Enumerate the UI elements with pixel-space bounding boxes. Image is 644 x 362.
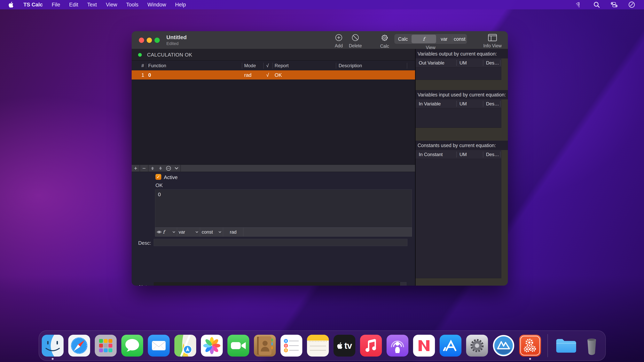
col-des[interactable]: Des…	[486, 152, 499, 157]
dock-item-notes[interactable]	[307, 335, 329, 357]
info-view-label: Info View	[483, 43, 502, 48]
expression-input[interactable]: 0	[155, 189, 412, 228]
row-report: OK	[274, 72, 282, 78]
col-des[interactable]: Des…	[486, 60, 499, 66]
delete-label: Delete	[349, 43, 362, 48]
desktop: TS Calc File Edit Text View Tools Window…	[0, 0, 644, 362]
desc-input[interactable]	[154, 239, 408, 246]
dock-item-trash[interactable]	[581, 335, 603, 357]
close-button[interactable]	[139, 38, 144, 43]
segment-f-selected[interactable]: f	[412, 35, 436, 43]
col-out-variable[interactable]: Out Variable	[419, 60, 444, 66]
note-label: Note:	[132, 284, 151, 286]
constant-insert-select[interactable]: const	[200, 228, 223, 237]
dock-item-maps[interactable]	[174, 335, 196, 357]
zoom-button[interactable]	[154, 38, 160, 43]
dock-item-mountain-app[interactable]	[493, 335, 514, 357]
column-divider	[336, 63, 336, 69]
dock-item-app-store[interactable]	[440, 335, 462, 357]
out-variables-header: Out Variable UM Des…	[416, 58, 502, 67]
move-up-button[interactable]	[148, 165, 156, 172]
more-actions-button[interactable]	[164, 165, 172, 172]
col-um[interactable]: UM	[460, 152, 467, 157]
dock-item-finder[interactable]	[42, 335, 64, 357]
col-um[interactable]: UM	[460, 101, 467, 107]
menu-item-view[interactable]: View	[106, 2, 117, 8]
angle-mode-button[interactable]: rad	[223, 228, 244, 237]
col-in-variable[interactable]: In Variable	[419, 101, 441, 107]
col-um[interactable]: UM	[460, 60, 467, 66]
constants-heading: Constants used by current equation:	[416, 141, 508, 150]
actions-chevron-down-icon[interactable]	[172, 165, 180, 172]
dock-item-safari[interactable]	[68, 335, 90, 357]
dock-item-facetime[interactable]	[228, 335, 249, 357]
dock-item-music[interactable]	[360, 335, 382, 357]
dock-item-ts-calc[interactable]	[519, 335, 541, 357]
remove-row-button[interactable]: −	[140, 165, 148, 172]
dock-item-news[interactable]	[413, 335, 435, 357]
dock-item-folder[interactable]	[554, 335, 576, 357]
row-mode: rad	[244, 72, 252, 78]
dock-item-system-settings[interactable]	[466, 335, 488, 357]
column-divider	[242, 63, 242, 69]
col-in-constant[interactable]: In Constant	[419, 152, 443, 157]
col-des[interactable]: Des…	[486, 101, 499, 107]
col-header-description[interactable]: Description	[338, 63, 362, 68]
menu-app-name[interactable]: TS Calc	[24, 2, 43, 8]
column-divider	[500, 60, 500, 66]
column-divider	[146, 63, 146, 69]
dock-item-apple-tv[interactable]: tv	[334, 335, 355, 357]
col-header-report[interactable]: Report	[274, 63, 289, 68]
calc-button[interactable]: Calc	[373, 34, 396, 49]
col-header-function[interactable]: Function	[148, 63, 166, 68]
dock-item-mail[interactable]	[148, 335, 170, 357]
menu-item-edit[interactable]: Edit	[69, 2, 78, 8]
dock-item-podcasts[interactable]	[386, 335, 408, 357]
var-select-value: var	[179, 229, 185, 235]
info-view-button[interactable]: Info View	[478, 34, 507, 48]
dock-divider	[548, 334, 548, 357]
active-checkbox[interactable]: ✓	[156, 174, 161, 180]
control-center-icon[interactable]	[611, 1, 618, 8]
menu-item-text[interactable]: Text	[87, 2, 97, 8]
clock-icon[interactable]	[628, 1, 635, 8]
search-icon[interactable]	[593, 1, 600, 8]
dock-item-launchpad[interactable]	[95, 335, 117, 357]
delete-button[interactable]: Delete	[344, 34, 367, 48]
menu-item-file[interactable]: File	[52, 2, 60, 8]
title-bar[interactable]: Untitled Edited Add Delete Calc Calc f v…	[132, 31, 508, 49]
function-table-header: # Function Mode √ Report Description	[132, 61, 415, 70]
table-row-selected[interactable]: 1 0 rad √ OK	[132, 70, 415, 79]
row-function: 0	[148, 72, 151, 78]
note-textarea[interactable]	[154, 282, 400, 286]
note-scrollbar[interactable]	[400, 282, 406, 286]
variable-insert-select[interactable]: var	[177, 228, 200, 237]
segment-var[interactable]: var	[436, 34, 452, 44]
dock-item-photos[interactable]	[201, 335, 223, 357]
column-divider	[500, 101, 500, 107]
info-view-icon	[488, 34, 497, 42]
dock-item-messages[interactable]	[121, 335, 143, 357]
col-header-check[interactable]: √	[266, 63, 269, 68]
ts-calc-window: Untitled Edited Add Delete Calc Calc f v…	[132, 31, 508, 286]
desc-label: Desc:	[132, 240, 151, 246]
menu-item-help[interactable]: Help	[175, 2, 186, 8]
menu-item-window[interactable]: Window	[148, 2, 166, 8]
column-divider	[456, 60, 457, 66]
column-divider	[483, 60, 483, 66]
wifi-warning-icon[interactable]	[576, 1, 582, 8]
segment-calc[interactable]: Calc	[394, 34, 412, 44]
col-header-mode[interactable]: Mode	[244, 63, 256, 68]
apple-menu-icon[interactable]	[8, 1, 14, 8]
menu-item-tools[interactable]: Tools	[126, 2, 138, 8]
dock-item-reminders[interactable]	[280, 335, 302, 357]
col-header-num[interactable]: #	[142, 63, 144, 68]
add-row-button[interactable]: +	[132, 165, 140, 172]
equation-list-toolbar: + −	[132, 165, 415, 172]
move-down-button[interactable]	[156, 165, 164, 172]
function-insert-select[interactable]: f	[155, 228, 177, 237]
in-variables-header: In Variable UM Des…	[416, 99, 502, 108]
dock-item-contacts[interactable]	[254, 335, 276, 357]
segment-const[interactable]: const	[452, 34, 467, 44]
minimize-button[interactable]	[147, 38, 152, 43]
